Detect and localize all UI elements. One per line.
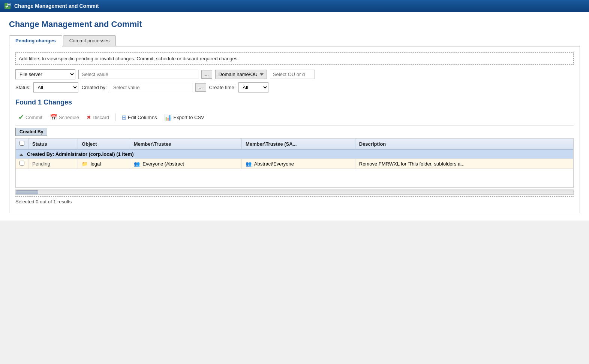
schedule-button[interactable]: 📅 Schedule: [47, 112, 82, 122]
title-bar: Change Management and Commit: [0, 0, 589, 12]
user-group-icon: 👥: [134, 161, 140, 167]
discard-button[interactable]: ✖ Discard: [84, 113, 112, 122]
changes-table-container: Status Object Member\Trustee Member\Trus…: [15, 138, 574, 188]
table-header-row: Status Object Member\Trustee Member\Trus…: [16, 139, 573, 149]
row-object: 📁 legal: [78, 159, 130, 169]
edit-columns-icon: ⊞: [121, 114, 126, 121]
table-header: Status Object Member\Trustee Member\Trus…: [16, 139, 573, 149]
tab-commit-processes[interactable]: Commit processes: [63, 35, 116, 46]
toolbar-separator: [115, 113, 115, 121]
table-row[interactable]: Pending 📁 legal 👥 Everyone (Abstract 👥: [16, 159, 573, 169]
filter-description: Add filters to view specific pending or …: [15, 52, 574, 65]
select-all-checkbox[interactable]: [19, 141, 24, 146]
created-by-browse-btn[interactable]: ...: [195, 83, 206, 92]
create-time-select[interactable]: All: [238, 82, 268, 92]
row-description: Remove FMRWXL for 'This folder, subfolde…: [355, 159, 573, 169]
col-header-checkbox: [16, 139, 28, 149]
col-header-description: Description: [355, 139, 573, 149]
filter-value-browse-btn[interactable]: ...: [201, 70, 212, 79]
col-header-object: Object: [78, 139, 130, 149]
scrollbar-thumb[interactable]: [16, 190, 38, 195]
toolbar: ✔ Commit 📅 Schedule ✖ Discard ⊞ Edit Col…: [15, 109, 574, 125]
found-changes-title: Found 1 Changes: [15, 98, 574, 106]
discard-icon: ✖: [87, 114, 91, 120]
collapse-icon: [19, 154, 23, 156]
export-csv-button[interactable]: 📊 Export to CSV: [161, 112, 207, 122]
created-by-label: Created by:: [81, 85, 106, 90]
group-by-area: Created By: [15, 125, 574, 138]
group-by-created-by-button[interactable]: Created By: [15, 128, 47, 136]
status-bar: Selected 0 out of 1 results: [15, 196, 574, 207]
title-bar-icon: [4, 2, 11, 10]
create-time-label: Create time:: [209, 85, 236, 90]
page-title: Change Management and Commit: [9, 19, 580, 29]
row-checkbox[interactable]: [19, 161, 24, 166]
user-group-sa-icon: 👥: [246, 161, 252, 167]
tab-content: Add filters to view specific pending or …: [9, 46, 580, 213]
status-select[interactable]: All Pending Invalid: [33, 82, 78, 92]
created-by-input[interactable]: [110, 83, 192, 92]
filter-row-2: Status: All Pending Invalid Created by: …: [15, 82, 574, 92]
col-header-member-trustee: Member\Trustee: [130, 139, 241, 149]
export-icon: 📊: [164, 114, 172, 121]
commit-icon: ✔: [18, 113, 24, 121]
filter-row-1: File server Domain OU ... Domain name/OU: [15, 69, 574, 79]
tab-pending[interactable]: Pending changes: [9, 35, 62, 46]
row-member-trustee-sa: 👥 Abstract\Everyone: [241, 159, 355, 169]
title-bar-title: Change Management and Commit: [14, 3, 99, 9]
commit-button[interactable]: ✔ Commit: [15, 112, 45, 123]
selection-status: Selected 0 out of 1 results: [15, 199, 72, 204]
filter-value-input[interactable]: [78, 70, 198, 79]
folder-icon: 📁: [82, 161, 88, 167]
horizontal-scrollbar[interactable]: [15, 189, 574, 195]
chevron-down-icon: [260, 73, 264, 76]
calendar-icon: 📅: [50, 114, 57, 121]
domain-ou-input[interactable]: [270, 70, 315, 79]
row-member-trustee: 👥 Everyone (Abstract: [130, 159, 241, 169]
row-status: Pending: [28, 159, 78, 169]
empty-row: [16, 169, 573, 188]
group-row-label: Created By: Administrator (corp.local) (…: [16, 149, 573, 159]
col-header-member-trustee-sa: Member\Trustee (SA...: [241, 139, 355, 149]
tabs: Pending changes Commit processes: [9, 35, 580, 46]
changes-table: Status Object Member\Trustee Member\Trus…: [16, 139, 573, 188]
col-header-status: Status: [28, 139, 78, 149]
group-row[interactable]: Created By: Administrator (corp.local) (…: [16, 149, 573, 159]
main-content: Change Management and Commit Pending cha…: [0, 12, 589, 221]
row-checkbox-cell: [16, 159, 28, 169]
filter-type-select[interactable]: File server Domain OU: [15, 69, 75, 79]
table-body: Created By: Administrator (corp.local) (…: [16, 149, 573, 188]
empty-cell: [16, 169, 573, 188]
status-label: Status:: [15, 85, 30, 90]
edit-columns-button[interactable]: ⊞ Edit Columns: [118, 112, 160, 122]
domain-name-ou-select[interactable]: Domain name/OU: [215, 70, 267, 79]
